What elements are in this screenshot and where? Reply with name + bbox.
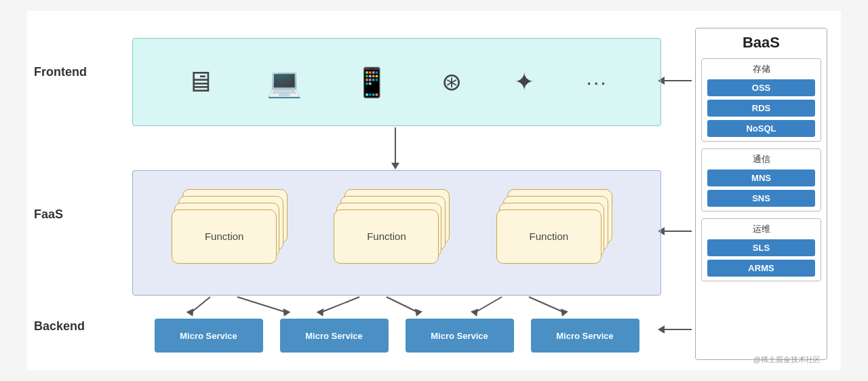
diagram-container: Frontend FaaS Backend 🖥 💻 📱 ⊛ ✦ ··· Func… [27,11,841,370]
micro-service-1: Micro Service [155,319,263,353]
iot-icon: ✦ [514,68,534,96]
baas-oss-btn: OSS [707,79,815,96]
label-frontend: Frontend [34,65,87,79]
svg-line-6 [322,297,359,312]
baas-storage-title: 存储 [707,63,815,75]
baas-arms-btn: ARMS [707,260,815,277]
function-stack-3: Function [496,189,622,277]
micro-service-2: Micro Service [280,319,389,353]
func-card-front-2: Function [334,209,439,264]
baas-panel: BaaS 存储 OSS RDS NoSQL 通信 MNS SNS 运维 SLS … [695,28,827,360]
svg-line-12 [529,297,563,312]
baas-ops-title: 运维 [707,223,815,235]
func-card-front-1: Function [172,209,277,264]
laptop-icon: 💻 [267,66,302,99]
function-label-2: Function [367,230,406,242]
micro-service-4: Micro Service [531,319,639,353]
baas-rds-btn: RDS [707,100,815,117]
faas-box: Function Function Function [132,170,661,296]
function-stack-1: Function [172,189,297,277]
func-card-front-3: Function [496,209,601,264]
micro-service-label-2: Micro Service [305,331,363,341]
function-label-3: Function [530,230,569,242]
baas-title: BaaS [701,34,821,52]
mobile-icon: 📱 [354,66,389,99]
svg-line-4 [237,297,285,312]
more-icon: ··· [587,71,608,94]
frontend-box: 🖥 💻 📱 ⊛ ✦ ··· [132,38,661,126]
baas-nosql-btn: NoSQL [707,120,815,137]
function-label-1: Function [205,230,244,242]
micro-service-label-3: Micro Service [431,331,488,341]
baas-comm-title: 通信 [707,153,815,165]
baas-sns-btn: SNS [707,190,815,207]
function-stack-2: Function [334,189,459,277]
baas-sls-btn: SLS [707,239,815,256]
svg-line-8 [387,297,417,312]
baas-ops-section: 运维 SLS ARMS [701,218,821,281]
micro-service-3: Micro Service [406,319,514,353]
baas-mns-btn: MNS [707,169,815,186]
micro-service-label-4: Micro Service [556,331,614,341]
label-faas: FaaS [34,207,63,222]
backend-row: Micro Service Micro Service Micro Servic… [132,313,661,359]
baas-storage-section: 存储 OSS RDS NoSQL [701,58,821,142]
baas-comm-section: 通信 MNS SNS [701,148,821,212]
miniapp-icon: ⊛ [441,68,462,96]
svg-line-2 [192,297,210,312]
svg-marker-1 [391,163,399,169]
micro-service-label-1: Micro Service [180,331,237,341]
watermark: @稀土掘金技术社区 [753,355,821,365]
desktop-icon: 🖥 [186,66,214,98]
svg-line-10 [476,297,502,312]
label-backend: Backend [34,319,85,334]
